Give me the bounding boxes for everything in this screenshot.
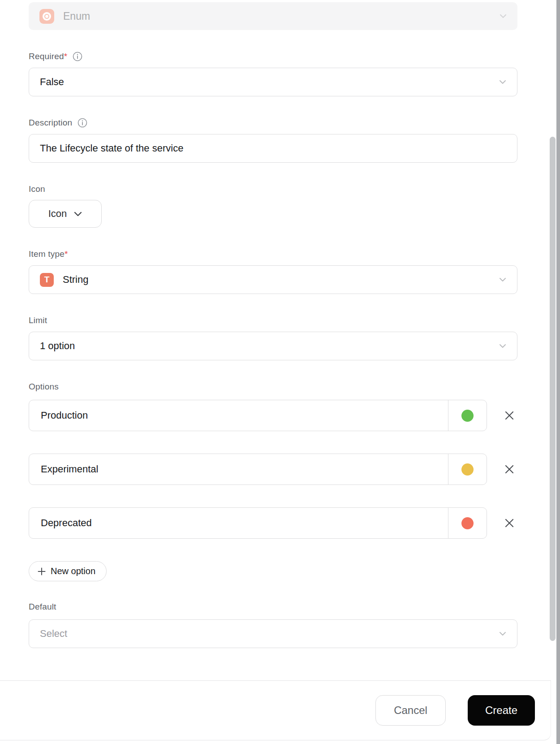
option-row: Experimental: [29, 454, 517, 485]
icon-dropdown-button[interactable]: Icon: [29, 200, 102, 228]
limit-label-row: Limit: [29, 316, 517, 325]
remove-option-button[interactable]: [501, 461, 517, 477]
create-button[interactable]: Create: [468, 695, 535, 726]
option-color-picker[interactable]: [448, 400, 487, 431]
option-value-input[interactable]: Production: [29, 400, 448, 431]
new-option-label: New option: [51, 566, 95, 576]
option-color-picker[interactable]: [448, 454, 487, 484]
enum-icon: [39, 9, 54, 24]
required-asterisk: *: [65, 249, 68, 259]
option-value: Experimental: [41, 463, 98, 475]
option-box: Production: [29, 400, 487, 431]
info-icon[interactable]: [73, 52, 82, 61]
default-placeholder: Select: [40, 628, 67, 640]
required-value: False: [40, 76, 64, 88]
window-edge: [556, 0, 560, 744]
item-type-label: Item type*: [29, 249, 68, 259]
option-color-dot: [461, 463, 474, 476]
property-form: Enum Required* False Description The Lif…: [29, 2, 517, 648]
required-label: Required*: [29, 52, 67, 61]
limit-label: Limit: [29, 316, 47, 325]
item-type-select[interactable]: T String: [29, 265, 517, 294]
item-type-value: String: [63, 274, 88, 285]
option-value-input[interactable]: Experimental: [29, 454, 448, 484]
property-type-value: Enum: [63, 10, 90, 22]
option-value: Deprecated: [41, 517, 92, 529]
chevron-down-icon: [499, 277, 506, 282]
icon-dropdown-label: Icon: [48, 208, 67, 220]
modal-footer: Cancel Create: [0, 680, 551, 740]
option-row: Production: [29, 400, 517, 431]
description-label: Description: [29, 118, 72, 128]
chevron-down-icon: [499, 632, 506, 636]
option-value: Production: [41, 410, 88, 421]
string-type-icon: T: [40, 273, 54, 287]
limit-value: 1 option: [40, 340, 75, 352]
item-type-label-row: Item type*: [29, 249, 517, 259]
required-asterisk: *: [64, 52, 68, 61]
description-label-row: Description: [29, 118, 517, 128]
chevron-down-icon: [499, 80, 506, 84]
remove-option-button[interactable]: [501, 515, 517, 531]
chevron-down-icon: [500, 14, 507, 18]
create-property-modal: Enum Required* False Description The Lif…: [0, 0, 560, 744]
limit-select[interactable]: 1 option: [29, 332, 517, 360]
plus-icon: [37, 567, 46, 576]
scrollbar-thumb[interactable]: [550, 137, 556, 641]
option-box: Experimental: [29, 454, 487, 485]
icon-label: Icon: [29, 184, 45, 194]
options-label: Options: [29, 382, 59, 392]
cancel-button[interactable]: Cancel: [375, 695, 446, 726]
description-value: The Lifecycle state of the service: [40, 143, 183, 154]
close-icon: [504, 410, 515, 421]
options-label-row: Options: [29, 382, 517, 392]
default-label-row: Default: [29, 602, 517, 612]
required-select[interactable]: False: [29, 68, 517, 96]
description-input[interactable]: The Lifecycle state of the service: [29, 134, 517, 163]
chevron-down-icon: [499, 344, 506, 348]
icon-label-row: Icon: [29, 184, 517, 194]
default-select[interactable]: Select: [29, 619, 517, 648]
option-box: Deprecated: [29, 507, 487, 539]
option-color-picker[interactable]: [448, 508, 487, 538]
option-color-dot: [461, 517, 474, 529]
close-icon: [504, 518, 515, 528]
close-icon: [504, 464, 515, 475]
info-icon[interactable]: [78, 118, 87, 128]
property-type-select[interactable]: Enum: [29, 2, 517, 30]
option-row: Deprecated: [29, 507, 517, 539]
remove-option-button[interactable]: [501, 407, 517, 424]
default-label: Default: [29, 602, 56, 612]
option-value-input[interactable]: Deprecated: [29, 508, 448, 538]
chevron-down-icon: [74, 212, 82, 216]
new-option-button[interactable]: New option: [29, 561, 107, 581]
option-color-dot: [461, 410, 474, 422]
required-label-row: Required*: [29, 52, 517, 61]
